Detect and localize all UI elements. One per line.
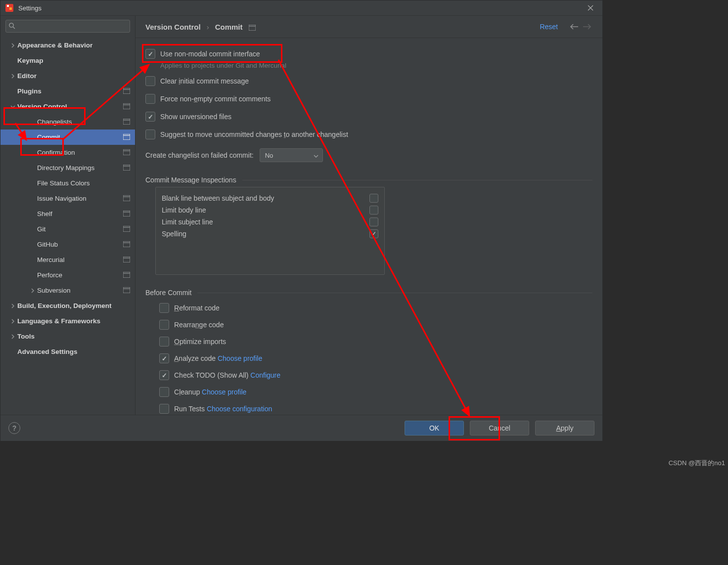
suggest-move-checkbox[interactable]: [145, 130, 155, 139]
show-unversioned-checkbox[interactable]: [145, 112, 155, 122]
inspection-row[interactable]: Limit body line: [162, 204, 378, 216]
force-nonempty-checkbox[interactable]: [145, 94, 155, 104]
expand-arrow-icon[interactable]: [8, 319, 17, 324]
tests-row[interactable]: Run Tests Choose configuration: [159, 400, 592, 415]
use-non-modal-checkbox[interactable]: [145, 49, 155, 59]
inspection-checkbox[interactable]: [369, 206, 378, 215]
sidebar-item-plugins[interactable]: Plugins: [0, 84, 135, 99]
apply-button[interactable]: Apply: [535, 421, 594, 435]
search-input[interactable]: [5, 20, 130, 33]
inspection-row[interactable]: Blank line between subject and body: [162, 192, 378, 204]
reset-link[interactable]: Reset: [540, 23, 558, 31]
svg-rect-21: [123, 226, 130, 232]
sidebar-item-mercurial[interactable]: Mercurial: [0, 252, 135, 267]
inspection-row[interactable]: Spelling: [162, 228, 378, 240]
sidebar-item-github[interactable]: GitHub: [0, 237, 135, 252]
project-scope-icon: [123, 195, 130, 201]
analyze-row[interactable]: Analyze code Choose profile: [159, 350, 592, 367]
breadcrumb: Version Control › Commit: [145, 23, 256, 31]
optimize-checkbox[interactable]: [159, 337, 169, 347]
inspection-label: Limit body line: [162, 206, 206, 214]
expand-arrow-icon[interactable]: [8, 104, 17, 109]
sidebar-item-keymap[interactable]: Keymap: [0, 53, 135, 68]
breadcrumb-child: Commit: [215, 23, 243, 31]
inspection-label: Spelling: [162, 230, 186, 238]
suggest-move-row[interactable]: Suggest to move uncommitted changes to a…: [145, 126, 592, 143]
sidebar-item-label: Languages & Frameworks: [17, 317, 100, 325]
dialog-footer: ? OK Cancel Apply: [0, 415, 602, 441]
tests-link[interactable]: Choose configuration: [207, 405, 272, 413]
use-non-modal-row[interactable]: Use non-modal commit interface: [145, 45, 592, 63]
page-header: Version Control › Commit Reset: [136, 16, 602, 38]
cleanup-link[interactable]: Choose profile: [202, 388, 246, 396]
expand-arrow-icon[interactable]: [28, 288, 37, 293]
expand-arrow-icon[interactable]: [8, 304, 17, 308]
rearrange-row[interactable]: Rearrange code: [159, 316, 592, 333]
watermark: CSDN @西晋的no1: [669, 459, 725, 468]
sidebar-item-confirmation[interactable]: Confirmation: [0, 145, 135, 160]
sidebar-item-appearance-behavior[interactable]: Appearance & Behavior: [0, 38, 135, 53]
show-unversioned-row[interactable]: Show unversioned files: [145, 108, 592, 126]
sidebar-item-label: Git: [37, 225, 46, 233]
rearrange-checkbox[interactable]: [159, 320, 169, 330]
expand-arrow-icon[interactable]: [8, 74, 17, 79]
sidebar-item-file-status-colors[interactable]: File Status Colors: [0, 175, 135, 191]
help-button[interactable]: ?: [8, 422, 20, 434]
breadcrumb-parent[interactable]: Version Control: [145, 23, 201, 31]
force-nonempty-row[interactable]: Force non-empty commit comments: [145, 90, 592, 108]
sidebar-item-issue-navigation[interactable]: Issue Navigation: [0, 191, 135, 206]
svg-rect-9: [123, 119, 130, 125]
expand-arrow-icon[interactable]: [8, 43, 17, 48]
todo-link[interactable]: Configure: [250, 371, 280, 379]
clear-initial-checkbox[interactable]: [145, 76, 155, 86]
cleanup-label: Cleanup Choose profile: [174, 388, 246, 396]
reformat-checkbox[interactable]: [159, 303, 169, 313]
inspection-checkbox[interactable]: [369, 229, 378, 238]
reformat-row[interactable]: Reformat code: [159, 300, 592, 316]
svg-rect-1: [7, 5, 9, 7]
create-changelist-label: Create changelist on failed commit:: [145, 151, 254, 159]
todo-checkbox[interactable]: [159, 370, 169, 380]
sidebar-item-directory-mappings[interactable]: Directory Mappings: [0, 160, 135, 175]
sidebar-item-commit[interactable]: Commit: [0, 130, 135, 145]
expand-arrow-icon[interactable]: [8, 334, 17, 339]
window-close-button[interactable]: [584, 1, 597, 15]
clear-initial-row[interactable]: Clear initial commit message: [145, 72, 592, 90]
project-scope-icon: [123, 241, 130, 247]
sidebar-item-changelists[interactable]: Changelists: [0, 114, 135, 130]
sidebar-item-languages-frameworks[interactable]: Languages & Frameworks: [0, 313, 135, 329]
svg-point-3: [9, 23, 13, 27]
settings-search[interactable]: [5, 20, 130, 33]
cleanup-checkbox[interactable]: [159, 387, 169, 397]
create-changelist-select[interactable]: No: [260, 148, 323, 162]
tests-checkbox[interactable]: [159, 404, 169, 414]
sidebar-item-subversion[interactable]: Subversion: [0, 283, 135, 298]
sidebar-item-advanced-settings[interactable]: Advanced Settings: [0, 344, 135, 359]
settings-tree[interactable]: Appearance & BehaviorKeymapEditorPlugins…: [0, 37, 135, 415]
cancel-button[interactable]: Cancel: [470, 421, 529, 435]
inspection-checkbox[interactable]: [369, 194, 378, 203]
sidebar-item-perforce[interactable]: Perforce: [0, 267, 135, 283]
inspection-row[interactable]: Limit subject line: [162, 216, 378, 228]
inspection-label: Limit subject line: [162, 218, 213, 226]
settings-content: Use non-modal commit interface Applies t…: [136, 38, 602, 415]
cleanup-row[interactable]: Cleanup Choose profile: [159, 384, 592, 400]
ok-button[interactable]: OK: [405, 421, 464, 435]
inspection-checkbox[interactable]: [369, 217, 378, 226]
sidebar-item-editor[interactable]: Editor: [0, 68, 135, 84]
search-icon: [8, 22, 15, 29]
sidebar-item-build-execution-deployment[interactable]: Build, Execution, Deployment: [0, 298, 135, 313]
window-title: Settings: [18, 4, 42, 12]
analyze-checkbox[interactable]: [159, 353, 169, 363]
svg-rect-5: [123, 88, 130, 94]
sidebar-item-tools[interactable]: Tools: [0, 329, 135, 344]
todo-row[interactable]: Check TODO (Show All) Configure: [159, 367, 592, 384]
optimize-row[interactable]: Optimize imports: [159, 333, 592, 350]
sidebar-item-version-control[interactable]: Version Control: [0, 99, 135, 114]
suggest-move-label: Suggest to move uncommitted changes to a…: [160, 130, 348, 138]
nav-back-button[interactable]: [569, 21, 580, 32]
svg-rect-19: [123, 211, 130, 217]
analyze-link[interactable]: Choose profile: [218, 354, 262, 362]
sidebar-item-shelf[interactable]: Shelf: [0, 206, 135, 221]
sidebar-item-git[interactable]: Git: [0, 221, 135, 237]
